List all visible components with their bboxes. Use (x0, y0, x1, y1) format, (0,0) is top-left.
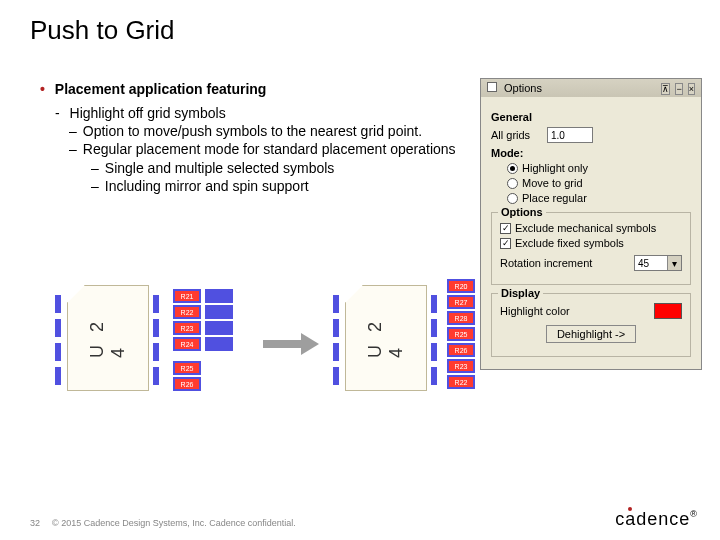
display-legend: Display (498, 287, 543, 299)
chevron-down-icon[interactable]: ▾ (667, 256, 681, 270)
mode-label: Mode: (491, 147, 523, 159)
close-button[interactable]: × (688, 83, 695, 95)
check-row[interactable]: Exclude fixed symbols (500, 237, 682, 249)
main-bullet: • Placement application featuring (40, 81, 266, 97)
window-controls: ⊼ − × (659, 82, 695, 94)
copyright: © 2015 Cadence Design Systems, Inc. Cade… (52, 518, 296, 528)
dialog-body: General All grids Mode: Highlight only M… (481, 97, 701, 369)
display-fieldset: Display Highlight color Dehighlight -> (491, 293, 691, 357)
dehighlight-row: Dehighlight -> (500, 325, 682, 343)
page-number: 32 (30, 518, 40, 528)
rotation-row: Rotation increment 45 ▾ (500, 255, 682, 271)
resistor-col-left: R21 R22 R23 R24 R25 R26 (173, 289, 201, 391)
color-swatch[interactable] (654, 303, 682, 319)
dialog-icon (487, 82, 497, 92)
main-bullet-text: Placement application featuring (55, 81, 267, 97)
allgrids-input[interactable] (547, 127, 593, 143)
allgrids-row: All grids (491, 127, 691, 143)
sublist-item: - Highlight off grid symbols (55, 104, 456, 122)
checkbox-icon[interactable] (500, 238, 511, 249)
pin-col (333, 295, 339, 385)
sublist-item: –Single and multiple selected symbols (55, 159, 456, 177)
highlight-label: Highlight color (500, 305, 654, 317)
chip-left: U 2 4 (67, 285, 149, 391)
mode-label-row: Mode: (491, 147, 691, 159)
check-row[interactable]: Exclude mechanical symbols (500, 222, 682, 234)
checkbox-icon[interactable] (500, 223, 511, 234)
radio-row[interactable]: Place regular (507, 192, 691, 204)
options-fieldset: Options Exclude mechanical symbols Exclu… (491, 212, 691, 285)
options-legend: Options (498, 206, 546, 218)
footer: 32 © 2015 Cadence Design Systems, Inc. C… (30, 518, 296, 528)
radio-row[interactable]: Highlight only (507, 162, 691, 174)
allgrids-label: All grids (491, 129, 547, 141)
sublist-item: –Option to move/push symbols to the near… (55, 122, 456, 140)
resistor-col (205, 289, 233, 351)
dehighlight-button[interactable]: Dehighlight -> (546, 325, 636, 343)
pin-col (431, 295, 437, 385)
page-title: Push to Grid (30, 15, 175, 46)
mode-radios: Highlight only Move to grid Place regula… (491, 162, 691, 204)
minimize-button[interactable]: − (675, 83, 682, 95)
pin-button[interactable]: ⊼ (661, 83, 670, 95)
radio-icon[interactable] (507, 163, 518, 174)
highlight-row: Highlight color (500, 303, 682, 319)
radio-icon[interactable] (507, 193, 518, 204)
diagram: U 2 4 R21 R22 R23 R24 R25 R26 U 2 4 R20 … (55, 285, 455, 425)
arrow-icon (263, 335, 319, 353)
rotation-combo[interactable]: 45 ▾ (634, 255, 682, 271)
radio-row[interactable]: Move to grid (507, 177, 691, 189)
chip-right: U 2 4 (345, 285, 427, 391)
bullet-dot: • (40, 81, 45, 97)
dialog-titlebar[interactable]: Options ⊼ − × (481, 79, 701, 97)
pin-col (153, 295, 159, 385)
resistor-col-right: R20 R27 R28 R25 R26 R23 R22 (447, 279, 475, 389)
sublist: - Highlight off grid symbols –Option to … (55, 104, 456, 195)
sublist-item: –Regular placement mode for standard pla… (55, 140, 456, 158)
options-dialog: Options ⊼ − × General All grids Mode: Hi… (480, 78, 702, 370)
pin-col (55, 295, 61, 385)
sublist-item: –Including mirror and spin support (55, 177, 456, 195)
dialog-title-wrap: Options (487, 82, 542, 94)
dialog-title: Options (504, 82, 542, 94)
rotation-label: Rotation increment (500, 257, 634, 269)
general-label: General (491, 111, 691, 123)
radio-icon[interactable] (507, 178, 518, 189)
cadence-logo: cadence® (615, 509, 698, 530)
